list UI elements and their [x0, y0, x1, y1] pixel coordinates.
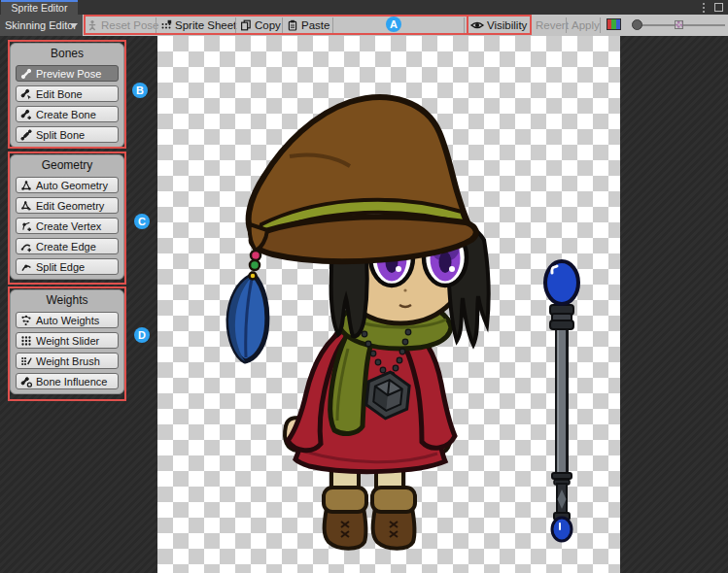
button-label: Weight Slider: [36, 335, 99, 347]
bone-icon: [20, 68, 32, 80]
witch-hat: [249, 97, 476, 261]
split-bone-button[interactable]: Split Bone: [16, 126, 119, 143]
eye-icon: [470, 19, 484, 31]
paste-button[interactable]: Paste: [287, 15, 329, 36]
auto-weights-button[interactable]: Auto Weights: [16, 312, 119, 328]
reset-pose-figure-icon: [87, 19, 98, 31]
apply-button[interactable]: Apply: [572, 15, 600, 36]
weights-panel: Weights Auto Weights Weight Slider: [10, 289, 124, 394]
split-edge-button[interactable]: Split Edge: [16, 258, 119, 275]
edit-bone-icon: [20, 88, 32, 100]
button-label: Weight Brush: [36, 355, 100, 367]
split-edge-icon: [20, 261, 32, 273]
visibility-toggle[interactable]: Visibility: [470, 15, 527, 36]
tab-sprite-editor[interactable]: Sprite Editor: [1, 0, 78, 15]
visibility-label: Visibility: [487, 19, 527, 31]
copy-button[interactable]: Copy: [240, 15, 281, 36]
boots: [325, 508, 415, 549]
geometry-panel: Geometry Auto Geometry Edit Geometry Cre…: [10, 154, 124, 280]
create-edge-button[interactable]: Create Edge: [16, 238, 119, 254]
reset-pose-label: Reset Pose: [101, 19, 158, 31]
nose: [403, 288, 406, 291]
sprite-artwork: [157, 36, 620, 573]
badge-b: B: [132, 83, 148, 98]
bone-influence-icon: [20, 376, 32, 388]
bone-influence-button[interactable]: Bone Influence: [16, 373, 119, 389]
sprite-editor-window: Sprite Editor Skinning Editor Reset Pose: [0, 0, 728, 573]
paste-icon: [287, 19, 298, 31]
button-label: Edit Bone: [36, 88, 83, 100]
preview-pose-button[interactable]: Preview Pose: [16, 65, 119, 82]
edit-geometry-button[interactable]: Edit Geometry: [16, 197, 119, 214]
bones-panel-title: Bones: [16, 46, 119, 61]
sprite-sheet-button[interactable]: Sprite Sheet: [160, 15, 236, 36]
badge-c: C: [134, 214, 150, 229]
geometry-panel-title: Geometry: [16, 157, 119, 173]
paste-label: Paste: [301, 19, 329, 31]
boot-cuffs: [324, 488, 415, 512]
badge-a: A: [386, 17, 401, 32]
mip-checker-icon: [675, 20, 683, 29]
mode-dropdown-label: Skinning Editor: [5, 15, 77, 36]
badge-d: D: [134, 327, 150, 343]
mode-dropdown[interactable]: Skinning Editor: [0, 15, 83, 36]
toolbar-separator: [235, 17, 236, 33]
toolbar-separator: [531, 17, 532, 33]
button-label: Edit Geometry: [36, 200, 104, 212]
maximize-icon[interactable]: [714, 3, 723, 12]
weight-brush-icon: [20, 355, 32, 367]
title-bar: Sprite Editor: [0, 0, 728, 15]
sprite-canvas[interactable]: [157, 36, 620, 573]
sprite-sheet-label: Sprite Sheet: [175, 19, 236, 31]
rgb-swatch-icon[interactable]: [607, 18, 621, 30]
button-label: Create Bone: [36, 109, 96, 120]
geometry-mesh-icon: [20, 180, 32, 191]
toolbar-separator: [156, 17, 156, 33]
edit-geometry-icon: [20, 200, 32, 212]
button-label: Preview Pose: [36, 68, 101, 80]
auto-geometry-button[interactable]: Auto Geometry: [16, 177, 119, 193]
kebab-menu-icon[interactable]: [702, 3, 706, 13]
copy-label: Copy: [255, 19, 281, 31]
weights-panel-title: Weights: [16, 292, 119, 308]
button-label: Create Vertex: [36, 220, 101, 232]
weight-slider-button[interactable]: Weight Slider: [16, 332, 119, 349]
staff-tip-orb: [552, 518, 572, 541]
weight-brush-button[interactable]: Weight Brush: [16, 353, 119, 369]
create-vertex-icon: [20, 220, 32, 232]
button-label: Split Bone: [36, 129, 85, 141]
zoom-slider-handle[interactable]: [632, 19, 642, 30]
apply-label: Apply: [572, 19, 600, 31]
create-bone-button[interactable]: Create Bone: [16, 106, 119, 122]
reset-pose-button[interactable]: Reset Pose: [87, 15, 158, 36]
button-label: Create Edge: [36, 241, 96, 253]
staff: [545, 261, 578, 541]
create-edge-icon: [20, 241, 32, 253]
toolbar-separator: [464, 17, 465, 33]
button-label: Auto Geometry: [36, 180, 108, 191]
bones-panel: Bones Preview Pose Edit Bone Create Bone: [10, 43, 124, 148]
button-label: Split Edge: [36, 261, 85, 273]
staff-orb: [545, 261, 578, 304]
feather-charm: [228, 275, 267, 361]
weight-slider-grid-icon: [20, 335, 32, 347]
auto-weights-icon: [20, 315, 32, 326]
create-bone-icon: [20, 109, 32, 120]
revert-label: Revert: [536, 19, 569, 31]
dropdown-caret-icon: [70, 23, 78, 28]
split-bone-icon: [20, 129, 32, 141]
toolbar-separator: [282, 17, 283, 33]
toolbar-separator: [332, 17, 333, 33]
hat-beads: [250, 251, 261, 280]
revert-button[interactable]: Revert: [536, 15, 569, 36]
sprite-sheet-grid-icon: [160, 19, 172, 31]
button-label: Auto Weights: [36, 315, 99, 326]
toolbar-separator: [600, 17, 601, 33]
toolbar-separator: [566, 17, 567, 33]
copy-icon: [240, 19, 252, 31]
create-vertex-button[interactable]: Create Vertex: [16, 218, 119, 234]
button-label: Bone Influence: [36, 376, 107, 388]
edit-bone-button[interactable]: Edit Bone: [16, 85, 119, 102]
